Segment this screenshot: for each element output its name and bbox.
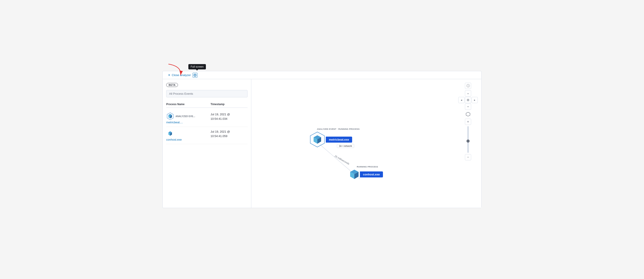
col-process-name: Process Name (166, 103, 197, 106)
top-bar: Full screen ✕ Close analyzer (163, 71, 481, 79)
node-metricbeat-body: metricbeat.exe 1k+ network (309, 131, 352, 148)
connector-svg (251, 79, 481, 208)
main-content: BETA All Process Events Process Name Tim… (163, 79, 481, 208)
fullscreen-icon (194, 74, 196, 77)
nav-center-button[interactable] (465, 97, 471, 103)
beta-badge: BETA (166, 83, 178, 87)
process-link-1[interactable]: metricbeat.... (166, 121, 197, 124)
right-icon: ▶ (474, 99, 475, 101)
right-panel: 25 milliseconds ANALYZED EVENT · RUNNING… (251, 79, 481, 208)
cube-icon-2 (166, 130, 174, 138)
info-button[interactable]: ⓘ (465, 83, 471, 89)
main-container: Full screen ✕ Close analyzer (162, 71, 482, 208)
node-metricbeat: ANALYZED EVENT · RUNNING PROCESS (309, 128, 360, 148)
node-conhost: RUNNING PROCESS conhost.exe (349, 166, 383, 180)
ts-line2-2: 10:54:41.059 (210, 134, 227, 138)
down-icon: ▼ (467, 106, 469, 108)
up-icon: ▲ (467, 93, 469, 95)
info-icon: ⓘ (466, 84, 470, 88)
svg-marker-13 (310, 132, 324, 147)
zoom-out-icon: − (467, 155, 469, 159)
cube-icon-1 (166, 112, 174, 120)
svg-rect-2 (194, 75, 196, 76)
process-cell-2: conhost.exe (166, 130, 197, 141)
zoom-thumb[interactable] (466, 140, 470, 143)
left-panel: BETA All Process Events Process Name Tim… (163, 79, 251, 208)
table-header: Process Name Timestamp (166, 101, 248, 108)
controls-panel: ⓘ ▲ ◀ (458, 83, 478, 160)
connector-label: 25 milliseconds (334, 155, 350, 165)
close-analyzer-label: Close analyzer (172, 73, 191, 77)
fullscreen-button[interactable] (192, 73, 198, 78)
svg-marker-25 (466, 112, 470, 116)
node-conhost-body: conhost.exe (349, 169, 383, 180)
nav-down-button[interactable]: ▼ (465, 104, 471, 110)
hexagon-icon (466, 112, 470, 117)
node-conhost-label[interactable]: conhost.exe (360, 171, 383, 177)
event-label-text-1: ANALYZED EVE... (176, 115, 195, 118)
table-row: ANALYZED EVE... metricbeat.... Jul 19, 2… (166, 110, 248, 127)
nav-pad: ▲ ◀ ▶ (458, 90, 478, 110)
zoom-in-icon: + (467, 120, 469, 124)
timestamp-cell-2: Jul 19, 2021 @ 10:54:41.059 (210, 130, 248, 138)
zoom-out-button[interactable]: − (465, 154, 471, 160)
nav-up-button[interactable]: ▲ (465, 90, 471, 97)
node-metricbeat-header: ANALYZED EVENT · RUNNING PROCESS (317, 128, 360, 130)
ts-line1-1: Jul 19, 2021 @ (210, 113, 230, 116)
zoom-track (468, 126, 469, 153)
table-row: conhost.exe Jul 19, 2021 @ 10:54:41.059 (166, 127, 248, 144)
hex-shape-button[interactable] (465, 111, 471, 117)
nav-left-button[interactable]: ◀ (458, 97, 464, 103)
arrow-decoration (162, 62, 188, 80)
ts-line1-2: Jul 19, 2021 @ (210, 130, 230, 133)
event-label-1: ANALYZED EVE... (166, 112, 197, 120)
crosshair-icon (467, 99, 469, 101)
fullscreen-tooltip: Full screen (188, 64, 206, 69)
zoom-in-button[interactable]: + (465, 119, 471, 125)
col-timestamp: Timestamp (210, 103, 248, 106)
node-conhost-header: RUNNING PROCESS (357, 166, 378, 168)
search-box[interactable]: All Process Events (166, 90, 248, 97)
node-metricbeat-label[interactable]: metricbeat.exe (326, 137, 352, 143)
nav-right-button[interactable]: ▶ (472, 97, 478, 103)
close-x-icon: ✕ (168, 73, 170, 77)
zoom-slider[interactable] (468, 126, 469, 153)
left-icon: ◀ (461, 99, 462, 101)
event-label-2 (166, 130, 197, 138)
process-cell-1: ANALYZED EVE... metricbeat.... (166, 112, 197, 124)
process-link-2[interactable]: conhost.exe (166, 138, 197, 141)
close-analyzer-button[interactable]: ✕ Close analyzer (168, 73, 191, 77)
node-network-badge: 1k+ network (337, 144, 354, 148)
hex-outline-icon (309, 131, 326, 148)
timestamp-cell-1: Jul 19, 2021 @ 10:54:41.034 (210, 112, 248, 121)
cube-graph-conhost (349, 169, 360, 180)
ts-line2-1: 10:54:41.034 (210, 117, 227, 120)
